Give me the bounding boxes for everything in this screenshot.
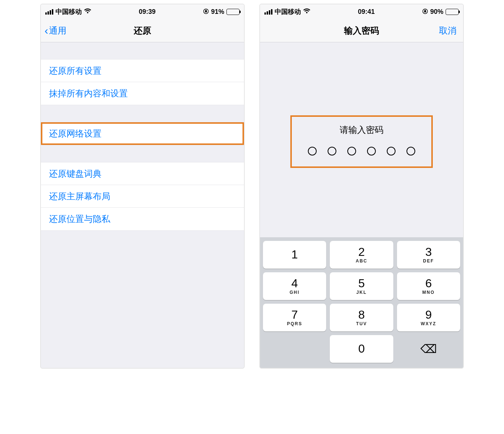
keypad-4[interactable]: 4 GHI	[263, 272, 326, 300]
key-letters: WXYZ	[421, 321, 436, 326]
keypad-delete[interactable]: ⌫	[397, 335, 460, 363]
clock: 09:41	[358, 8, 375, 16]
nav-title: 输入密码	[344, 25, 379, 37]
passcode-highlight-box: 请输入密码	[290, 115, 433, 168]
list-item-label: 还原网络设置	[49, 128, 102, 139]
keypad-1[interactable]: 1	[263, 241, 326, 269]
rotation-lock-icon	[203, 8, 209, 15]
passcode-dot	[308, 147, 317, 155]
key-number: 8	[358, 309, 365, 320]
battery-pct: 91%	[211, 8, 224, 16]
key-letters: TUV	[356, 321, 367, 326]
passcode-prompt-label: 请输入密码	[292, 124, 431, 136]
wifi-icon	[84, 8, 91, 15]
list-item-label: 还原所有设置	[49, 65, 102, 77]
reset-all-settings[interactable]: 还原所有设置	[41, 59, 244, 82]
chevron-left-icon: ‹	[45, 25, 48, 36]
reset-network-settings[interactable]: 还原网络设置	[41, 122, 244, 145]
key-letters: ABC	[356, 258, 367, 264]
key-number: 7	[291, 309, 298, 320]
carrier-label: 中国移动	[275, 7, 301, 16]
keypad-0[interactable]: 0	[330, 335, 393, 363]
nav-back-button[interactable]: ‹ 通用	[45, 25, 66, 37]
key-number: 3	[425, 246, 432, 258]
keypad-6[interactable]: 6 MNO	[397, 272, 460, 300]
rotation-lock-icon	[422, 8, 428, 15]
key-number: 0	[358, 343, 365, 354]
reset-group-3: 还原键盘词典 还原主屏幕布局 还原位置与隐私	[41, 162, 244, 231]
passcode-dot	[347, 147, 356, 155]
nav-back-label: 通用	[49, 25, 66, 37]
backspace-icon: ⌫	[420, 342, 437, 356]
screenshot-right-enter-passcode: 中国移动 09:41 90% 输入密码 取消 请输入密码	[259, 4, 464, 369]
keypad-3[interactable]: 3 DEF	[397, 241, 460, 269]
nav-bar: ‹ 通用 还原	[41, 19, 244, 42]
passcode-dot	[328, 147, 336, 155]
list-item-label: 还原主屏幕布局	[49, 191, 110, 202]
key-number: 1	[291, 249, 298, 260]
battery-pct: 90%	[430, 8, 443, 16]
nav-bar: 输入密码 取消	[260, 19, 463, 42]
battery-icon	[446, 9, 459, 15]
reset-location-privacy[interactable]: 还原位置与隐私	[41, 208, 244, 230]
passcode-dots	[292, 147, 431, 155]
reset-home-layout[interactable]: 还原主屏幕布局	[41, 185, 244, 208]
cancel-button[interactable]: 取消	[439, 25, 457, 37]
list-item-label: 抹掉所有内容和设置	[49, 88, 128, 99]
key-letters: PQRS	[287, 321, 302, 326]
nav-title: 还原	[134, 25, 151, 37]
passcode-prompt-area: 请输入密码	[260, 42, 463, 237]
key-letters: MNO	[422, 290, 435, 295]
keypad-7[interactable]: 7 PQRS	[263, 304, 326, 331]
clock: 09:39	[139, 8, 156, 16]
passcode-dot	[406, 147, 415, 155]
keypad-2[interactable]: 2 ABC	[330, 241, 393, 269]
erase-all-content[interactable]: 抹掉所有内容和设置	[41, 82, 244, 105]
carrier-label: 中国移动	[56, 7, 82, 16]
key-number: 2	[358, 246, 365, 258]
keypad-8[interactable]: 8 TUV	[330, 304, 393, 331]
passcode-dot	[367, 147, 376, 155]
key-letters: DEF	[423, 258, 434, 264]
reset-group-1: 还原所有设置 抹掉所有内容和设置	[41, 59, 244, 105]
key-number: 6	[425, 277, 432, 289]
screenshot-left-reset-settings: 中国移动 09:39 91% ‹ 通用 还原 还原所有设置 抹掉所有	[40, 4, 245, 369]
key-letters: GHI	[290, 290, 299, 295]
keypad-5[interactable]: 5 JKL	[330, 272, 393, 300]
reset-group-2: 还原网络设置	[41, 122, 244, 145]
status-bar: 中国移动 09:41 90%	[260, 4, 463, 19]
key-number: 9	[425, 309, 432, 320]
key-number: 4	[291, 277, 298, 289]
cancel-label: 取消	[439, 26, 457, 35]
key-letters: JKL	[356, 290, 367, 295]
keypad-blank	[263, 335, 326, 363]
list-item-label: 还原键盘词典	[49, 168, 102, 180]
status-bar: 中国移动 09:39 91%	[41, 4, 244, 19]
key-number: 5	[358, 277, 365, 289]
signal-icon	[264, 9, 272, 15]
list-item-label: 还原位置与隐私	[49, 213, 110, 225]
reset-keyboard-dict[interactable]: 还原键盘词典	[41, 162, 244, 185]
battery-icon	[226, 9, 240, 15]
signal-icon	[45, 9, 53, 15]
wifi-icon	[303, 8, 310, 15]
keypad-9[interactable]: 9 WXYZ	[397, 304, 460, 331]
passcode-dot	[387, 147, 396, 155]
numeric-keypad: 1 2 ABC 3 DEF 4 GHI 5 JKL 6 MNO 7 PQRS 8	[260, 237, 463, 368]
